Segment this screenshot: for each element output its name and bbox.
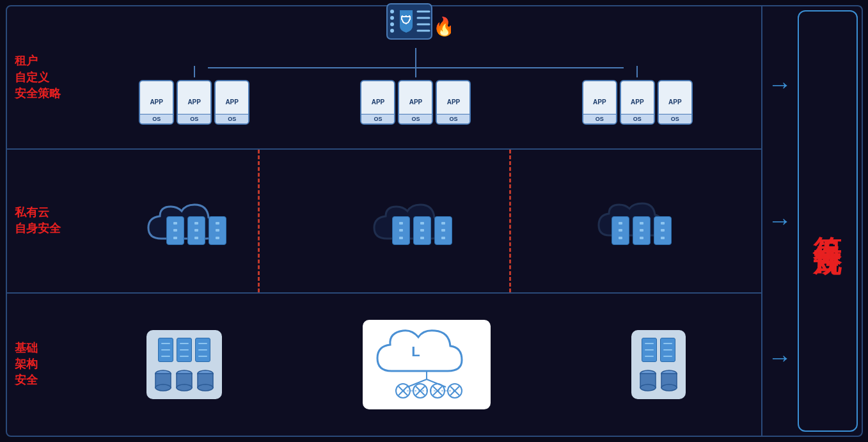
compliance-label: 等保合规 [814, 214, 842, 229]
cloud-group-2 [368, 197, 477, 245]
server [166, 216, 184, 245]
main-diagram: 租户 自定义 安全策略 🛡 [6, 5, 863, 437]
db-icon [175, 370, 193, 391]
vline-left [194, 66, 195, 77]
svg-point-8 [390, 22, 394, 26]
app-card: APP OS [214, 80, 249, 125]
svg-point-39 [640, 384, 656, 391]
app-label: APP [592, 97, 608, 107]
server [209, 216, 226, 245]
firewall-container: 🛡 🔥 [381, 0, 451, 68]
arrow-2: → [768, 209, 792, 233]
server [612, 216, 629, 245]
vline-right [636, 66, 638, 77]
app-card: APP OS [436, 80, 471, 125]
server [413, 216, 431, 245]
server [177, 338, 192, 362]
cloud1-servers [166, 216, 226, 245]
server [392, 216, 410, 245]
svg-text:L: L [411, 343, 420, 359]
cloud-group-3 [594, 197, 690, 245]
svg-text:🛡: 🛡 [400, 14, 412, 27]
dashed-divider-1 [258, 150, 260, 292]
infra-servers-right [642, 338, 675, 362]
os-label: OS [621, 114, 654, 123]
row3-label-text: 基础 架构 安全 [15, 340, 63, 389]
os-label: OS [659, 114, 691, 123]
loadbalancer-icon: L [372, 323, 481, 406]
infra-box-right [631, 330, 686, 399]
db-left [154, 370, 214, 391]
h-connector [208, 67, 624, 68]
server [633, 216, 651, 245]
row1-label: 租户 自定义 安全策略 [7, 53, 71, 102]
db-right [639, 370, 678, 391]
cloud-loadbalancer: L [363, 320, 491, 409]
app-cards-left: APP OS APP OS APP OS [139, 80, 249, 125]
db-icon [196, 370, 214, 391]
db-icon [660, 370, 678, 391]
app-label: APP [370, 97, 386, 107]
app-label: APP [446, 97, 462, 107]
infra-servers-left [158, 338, 210, 362]
row-tenant-security: 租户 自定义 安全策略 🛡 [7, 6, 761, 150]
server [195, 338, 210, 362]
svg-point-19 [198, 384, 213, 391]
server [660, 338, 675, 362]
app-label: APP [629, 97, 645, 107]
app-group-left: APP OS APP OS APP OS [139, 66, 249, 125]
server [654, 216, 672, 245]
app-cards-center: APP OS APP OS APP OS [360, 80, 471, 125]
row2-label: 私有云 自身安全 [7, 205, 71, 237]
infra-content: L [71, 315, 761, 414]
app-card: APP OS [360, 80, 395, 125]
row-infra: 基础 架构 安全 [7, 294, 761, 436]
app-card: APP OS [582, 80, 617, 125]
os-label: OS [178, 114, 210, 123]
svg-line-22 [407, 379, 427, 387]
right-panel: → → → 等保合规 [762, 6, 862, 436]
app-card: APP OS [658, 80, 693, 125]
svg-point-16 [177, 384, 192, 391]
svg-point-9 [390, 29, 394, 33]
firewall-vline [415, 48, 416, 67]
content-area: 租户 自定义 安全策略 🛡 [7, 6, 762, 436]
row3-label: 基础 架构 安全 [7, 340, 71, 389]
os-label: OS [216, 114, 248, 123]
cloud3-servers [612, 216, 672, 245]
row1-label-text: 租户 自定义 安全策略 [15, 53, 63, 102]
dashed-divider-2 [509, 150, 511, 292]
app-label: APP [667, 97, 683, 107]
app-group-center: APP OS APP OS APP OS [360, 66, 471, 125]
app-card: APP OS [398, 80, 433, 125]
os-label: OS [583, 114, 616, 123]
server [158, 338, 173, 362]
server [434, 216, 452, 245]
svg-text:🔥: 🔥 [433, 16, 451, 37]
row2-label-text: 私有云 自身安全 [15, 205, 63, 237]
app-card: APP OS [177, 80, 212, 125]
app-label: APP [408, 97, 424, 107]
os-label: OS [399, 114, 432, 123]
firewall-icon: 🛡 🔥 [381, 0, 451, 45]
os-label: OS [140, 114, 173, 123]
svg-point-13 [155, 384, 171, 391]
arrow-1: → [768, 72, 792, 97]
server [187, 216, 205, 245]
app-groups-row: APP OS APP OS APP OS [71, 66, 761, 125]
app-label: APP [148, 97, 164, 107]
infra-box-left [146, 330, 222, 399]
app-label: APP [224, 97, 240, 107]
cloud-groups [71, 197, 761, 245]
app-cards-right: APP OS APP OS APP OS [582, 80, 693, 125]
arrows-column: → → → [762, 6, 798, 436]
row-private-cloud: 私有云 自身安全 [7, 150, 761, 293]
compliance-box: 等保合规 [798, 10, 858, 432]
db-icon [154, 370, 172, 391]
db-icon [639, 370, 657, 391]
app-card: APP OS [139, 80, 174, 125]
svg-point-42 [661, 384, 677, 391]
os-label: OS [361, 114, 394, 123]
cloud2-servers [392, 216, 452, 245]
arrow-3: → [768, 345, 792, 370]
